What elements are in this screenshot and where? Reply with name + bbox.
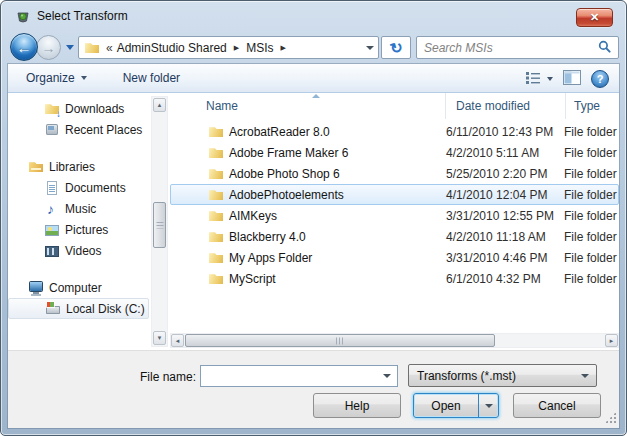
- open-button-label[interactable]: Open: [414, 394, 478, 417]
- file-row[interactable]: AcrobatReader 8.0 6/11/2010 12:43 PM Fil…: [170, 121, 619, 142]
- scroll-right-icon[interactable]: ►: [605, 334, 618, 347]
- folder-icon: [208, 124, 224, 140]
- column-header-name[interactable]: Name: [170, 93, 445, 119]
- open-split-dropdown[interactable]: [478, 394, 498, 417]
- new-folder-button[interactable]: New folder: [115, 66, 188, 90]
- help-button[interactable]: Help: [313, 393, 401, 418]
- file-date-modified: 3/31/2010 12:55 PM: [445, 209, 564, 223]
- back-button[interactable]: ←: [10, 33, 38, 61]
- breadcrumb-separator-icon[interactable]: ▶: [234, 44, 239, 52]
- forward-arrow-icon: →: [42, 41, 56, 55]
- breadcrumb-segment-adminstudio-shared[interactable]: AdminStudio Shared: [117, 41, 227, 55]
- sidebar-item[interactable]: Computer: [8, 277, 151, 298]
- sidebar-scrollbar-thumb[interactable]: [153, 202, 166, 248]
- sidebar-item-label: Music: [65, 202, 96, 216]
- close-button[interactable]: ✕: [576, 8, 613, 27]
- file-name: Adobe Frame Maker 6: [229, 146, 445, 160]
- search-icon: [598, 39, 611, 57]
- column-header-date-modified[interactable]: Date modified: [445, 93, 565, 119]
- file-row[interactable]: My Apps Folder 3/31/2010 4:46 PM File fo…: [170, 247, 619, 268]
- scroll-left-icon[interactable]: ◄: [171, 334, 184, 347]
- search-input[interactable]: [417, 38, 598, 57]
- forward-button[interactable]: →: [36, 35, 61, 60]
- file-type: File folder: [564, 230, 618, 244]
- file-name: My Apps Folder: [229, 251, 445, 265]
- file-date-modified: 4/2/2010 11:18 AM: [445, 230, 564, 244]
- file-type: File folder: [564, 209, 618, 223]
- sidebar-item[interactable]: Recent Places: [8, 119, 151, 140]
- new-folder-label: New folder: [123, 71, 180, 85]
- address-dropdown-icon[interactable]: [366, 46, 374, 50]
- scroll-down-icon[interactable]: ▼: [153, 331, 166, 345]
- organize-button[interactable]: Organize: [18, 66, 95, 90]
- sidebar-item[interactable]: Videos: [8, 240, 151, 261]
- music-icon: [44, 201, 60, 217]
- folder-icon: [208, 229, 224, 245]
- file-row[interactable]: AdobePhotoelements 4/1/2010 12:04 PM Fil…: [170, 184, 619, 205]
- refresh-button[interactable]: ↻: [381, 36, 411, 59]
- help-icon-button[interactable]: ?: [591, 70, 609, 88]
- sidebar-item[interactable]: Documents: [8, 177, 151, 198]
- file-type-select[interactable]: Transforms (*.mst): [408, 364, 597, 387]
- pictures-icon: [44, 222, 60, 238]
- title-bar[interactable]: Select Transform ✕: [1, 1, 626, 31]
- preview-pane-button[interactable]: [563, 70, 581, 88]
- sort-ascending-icon: [312, 94, 320, 98]
- toolbar-right-group: ?: [526, 64, 609, 93]
- file-name-combo: [200, 365, 398, 387]
- file-name: AdobePhotoelements: [229, 188, 445, 202]
- current-folder-icon: [84, 40, 100, 56]
- sidebar-item-label: Libraries: [49, 160, 95, 174]
- breadcrumb-segment-msis[interactable]: MSIs: [246, 41, 273, 55]
- file-type: File folder: [564, 146, 618, 160]
- change-view-button[interactable]: [526, 71, 553, 87]
- organize-label: Organize: [26, 71, 75, 85]
- file-date-modified: 4/1/2010 12:04 PM: [445, 188, 564, 202]
- sidebar-item-label: Recent Places: [65, 123, 142, 137]
- file-list-pane: Name Date modified Type AcrobatReader 8.…: [170, 93, 619, 350]
- file-row[interactable]: Adobe Photo Shop 6 5/25/2010 2:20 PM Fil…: [170, 163, 619, 184]
- chevron-down-icon[interactable]: [547, 77, 553, 81]
- sidebar-item-label: Local Disk (C:): [66, 302, 145, 316]
- file-row[interactable]: AIMKeys 3/31/2010 12:55 PM File folder: [170, 205, 619, 226]
- open-button[interactable]: Open: [413, 393, 499, 418]
- sidebar-item[interactable]: Music: [8, 198, 151, 219]
- breadcrumb-overflow-chevron[interactable]: «: [106, 41, 113, 55]
- folder-icon: [208, 208, 224, 224]
- file-name-input[interactable]: [201, 367, 383, 385]
- address-bar[interactable]: « AdminStudio Shared ▶ MSIs ▶: [78, 36, 379, 59]
- cancel-button[interactable]: Cancel: [513, 393, 601, 418]
- history-dropdown-icon[interactable]: [66, 45, 74, 50]
- combo-dropdown-icon[interactable]: [383, 374, 391, 378]
- sidebar-item-label: Downloads: [65, 102, 124, 116]
- videos-icon: [44, 243, 60, 259]
- window-title: Select Transform: [37, 9, 128, 23]
- file-type: File folder: [564, 272, 618, 286]
- column-header-type[interactable]: Type: [565, 93, 619, 119]
- computer-icon: [28, 280, 44, 296]
- transform-app-icon: [15, 9, 31, 25]
- file-type: File folder: [564, 125, 618, 139]
- sidebar-item[interactable]: Pictures: [8, 219, 151, 240]
- scroll-up-icon[interactable]: ▲: [153, 98, 166, 112]
- select-transform-dialog: Select Transform ✕ ← → « AdminStudio Sha…: [0, 0, 627, 436]
- file-name: AcrobatReader 8.0: [229, 125, 445, 139]
- sidebar-scrollbar[interactable]: ▲ ▼: [151, 96, 168, 347]
- file-date-modified: 5/25/2010 2:20 PM: [445, 167, 564, 181]
- breadcrumb-separator-icon[interactable]: ▶: [281, 44, 286, 52]
- file-row[interactable]: Adobe Frame Maker 6 4/2/2010 5:11 AM Fil…: [170, 142, 619, 163]
- sidebar-item[interactable]: Downloads: [8, 98, 151, 119]
- folder-icon: [208, 187, 224, 203]
- sidebar-item[interactable]: Libraries: [8, 156, 151, 177]
- file-row[interactable]: Blackberry 4.0 4/2/2010 11:18 AM File fo…: [170, 226, 619, 247]
- sidebar-item[interactable]: Local Disk (C:): [8, 298, 149, 319]
- horizontal-scrollbar[interactable]: ◄ ►: [170, 333, 619, 348]
- resize-grip[interactable]: [605, 412, 616, 423]
- file-name: AIMKeys: [229, 209, 445, 223]
- refresh-icon: ↻: [388, 39, 404, 57]
- file-name-label: File name:: [98, 370, 196, 384]
- file-row[interactable]: MyScript 6/1/2010 4:32 PM File folder: [170, 268, 619, 289]
- file-type-value: Transforms (*.mst): [417, 369, 516, 383]
- local-disk-icon: [45, 301, 61, 317]
- horizontal-scrollbar-thumb[interactable]: [185, 334, 495, 347]
